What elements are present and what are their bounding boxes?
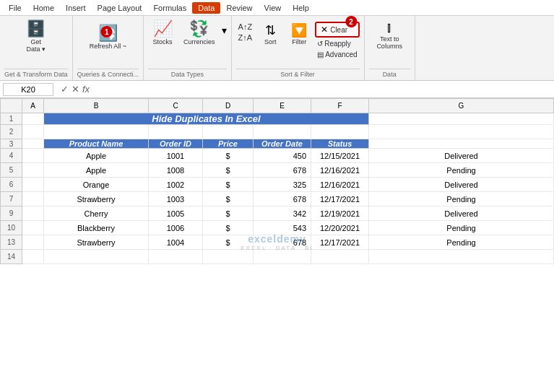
cell-e7[interactable]: 678 <box>254 192 311 206</box>
menu-insert[interactable]: Insert <box>60 2 92 14</box>
cell-e14[interactable] <box>254 250 311 264</box>
cell-f6[interactable]: 12/16/2021 <box>311 178 369 192</box>
cell-d5[interactable]: $ <box>203 163 254 178</box>
cell-f7[interactable]: 12/17/2021 <box>311 192 369 206</box>
cell-c9[interactable]: 1005 <box>149 206 203 221</box>
cell-g14[interactable] <box>369 250 554 264</box>
cell-c2[interactable] <box>149 125 203 139</box>
cell-d7[interactable]: $ <box>203 192 254 206</box>
cell-g10[interactable]: Pending <box>369 221 554 235</box>
cell-d9[interactable]: $ <box>203 206 254 221</box>
cell-d4[interactable]: $ <box>203 149 254 163</box>
menu-review[interactable]: Review <box>220 2 258 14</box>
sort-az-button[interactable]: A↑Z <box>236 22 255 32</box>
menu-file[interactable]: File <box>3 2 27 14</box>
cell-f14[interactable] <box>311 250 369 264</box>
cell-a14[interactable] <box>22 250 44 264</box>
get-data-button[interactable]: 🗄️ GetData ▾ <box>22 19 51 55</box>
cell-c4[interactable]: 1001 <box>149 149 203 163</box>
stocks-button[interactable]: 📈 Stocks <box>148 19 177 48</box>
cell-d2[interactable] <box>203 125 254 139</box>
cell-b2[interactable] <box>44 125 149 139</box>
cell-a3[interactable] <box>22 139 44 149</box>
watermark-tagline: EXCEL · DATA · BI <box>241 245 313 251</box>
data-types-expand[interactable]: ▾ <box>222 19 227 36</box>
cell-e4[interactable]: 450 <box>254 149 311 163</box>
cell-g9[interactable]: Delivered <box>369 206 554 221</box>
cell-f13[interactable]: 12/17/2021 <box>311 235 369 250</box>
text-to-columns-button[interactable]: ⫿ Text toColumns <box>370 19 410 52</box>
cell-a1[interactable] <box>22 113 44 125</box>
cell-c7[interactable]: 1003 <box>149 192 203 206</box>
col-header-d[interactable]: D <box>203 99 254 113</box>
cell-a2[interactable] <box>22 125 44 139</box>
cell-f10[interactable]: 12/20/2021 <box>311 221 369 235</box>
col-header-e[interactable]: E <box>254 99 311 113</box>
cell-g2[interactable] <box>369 125 554 139</box>
cell-d6[interactable]: $ <box>203 178 254 192</box>
cell-b5[interactable]: Apple <box>44 163 149 178</box>
currencies-button[interactable]: 💱 Currencies <box>180 19 219 48</box>
watermark: exceldemy EXCEL · DATA · BI <box>241 233 313 251</box>
col-header-g[interactable]: G <box>369 99 554 113</box>
cell-e2[interactable] <box>254 125 311 139</box>
cell-e5[interactable]: 678 <box>254 163 311 178</box>
cell-reference-input[interactable] <box>3 83 53 96</box>
cell-g4[interactable]: Delivered <box>369 149 554 163</box>
sort-za-button[interactable]: Z↑A <box>236 32 255 43</box>
cell-b4[interactable]: Apple <box>44 149 149 163</box>
row-num-1: 1 <box>1 113 22 125</box>
col-header-c[interactable]: C <box>149 99 203 113</box>
cell-f2[interactable] <box>311 125 369 139</box>
filter-button[interactable]: 🔽 Filter <box>286 22 312 48</box>
row-num-10: 10 <box>1 221 22 235</box>
cell-a10[interactable] <box>22 221 44 235</box>
cell-g5[interactable]: Pending <box>369 163 554 178</box>
sort-button[interactable]: ⇅ Sort <box>257 22 283 48</box>
cell-c6[interactable]: 1002 <box>149 178 203 192</box>
row-num-9: 9 <box>1 206 22 221</box>
cell-g13[interactable]: Pending <box>369 235 554 250</box>
cell-a5[interactable] <box>22 163 44 178</box>
sort-label: Sort <box>264 38 277 45</box>
menu-home[interactable]: Home <box>27 2 60 14</box>
menu-formulas[interactable]: Formulas <box>147 2 192 14</box>
cell-a6[interactable] <box>22 178 44 192</box>
cell-g3[interactable] <box>369 139 554 149</box>
cell-c5[interactable]: 1008 <box>149 163 203 178</box>
cell-g7[interactable]: Pending <box>369 192 554 206</box>
cell-e6[interactable]: 325 <box>254 178 311 192</box>
header-status: Status <box>311 139 369 149</box>
cell-e9[interactable]: 342 <box>254 206 311 221</box>
advanced-button[interactable]: ▤ Advanced <box>315 50 359 59</box>
reapply-button[interactable]: ↺ Reapply <box>315 39 359 48</box>
cell-g6[interactable]: Delivered <box>369 178 554 192</box>
cell-f9[interactable]: 12/19/2021 <box>311 206 369 221</box>
col-header-a[interactable]: A <box>22 99 44 113</box>
menu-help[interactable]: Help <box>287 2 315 14</box>
cell-c10[interactable]: 1006 <box>149 221 203 235</box>
cell-g1[interactable] <box>369 113 554 125</box>
cell-a7[interactable] <box>22 192 44 206</box>
table-row: 9 Cherry 1005 $ 342 12/19/2021 Delivered <box>1 206 554 221</box>
cell-b7[interactable]: Strawberry <box>44 192 149 206</box>
formula-input[interactable] <box>97 85 551 94</box>
cell-b10[interactable]: Blackberry <box>44 221 149 235</box>
cell-c13[interactable]: 1004 <box>149 235 203 250</box>
cell-b14[interactable] <box>44 250 149 264</box>
cell-f4[interactable]: 12/15/2021 <box>311 149 369 163</box>
cell-b6[interactable]: Orange <box>44 178 149 192</box>
cell-c14[interactable] <box>149 250 203 264</box>
col-header-f[interactable]: F <box>311 99 369 113</box>
menu-page-layout[interactable]: Page Layout <box>92 2 148 14</box>
cell-b9[interactable]: Cherry <box>44 206 149 221</box>
cell-d14[interactable] <box>203 250 254 264</box>
menu-view[interactable]: View <box>259 2 287 14</box>
cell-b13[interactable]: Strawberry <box>44 235 149 250</box>
cell-a13[interactable] <box>22 235 44 250</box>
col-header-b[interactable]: B <box>44 99 149 113</box>
menu-data[interactable]: Data <box>192 2 220 14</box>
cell-a9[interactable] <box>22 206 44 221</box>
cell-a4[interactable] <box>22 149 44 163</box>
cell-f5[interactable]: 12/16/2021 <box>311 163 369 178</box>
